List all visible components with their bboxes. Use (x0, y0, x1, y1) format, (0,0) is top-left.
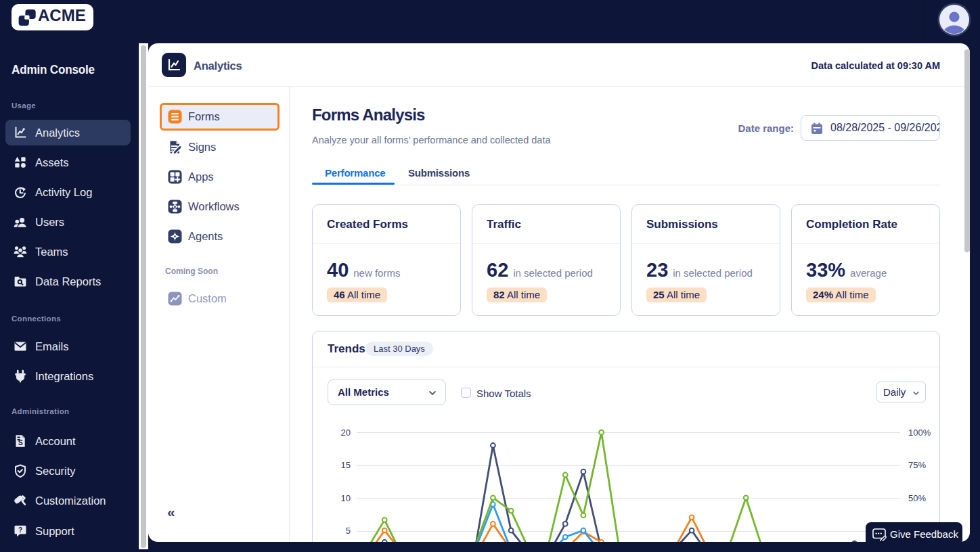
svg-text:?: ? (18, 526, 22, 534)
svg-text:S: S (18, 438, 23, 446)
